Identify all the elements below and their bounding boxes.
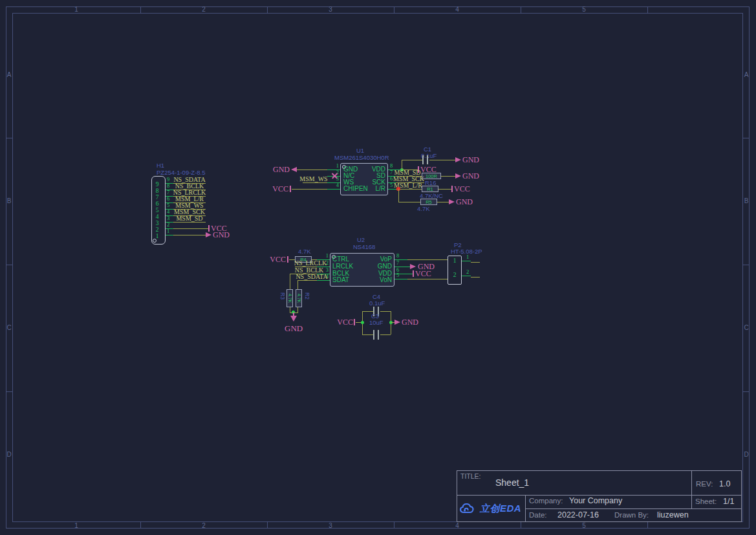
vcc-flag[interactable] <box>287 256 288 263</box>
no-connect-x[interactable] <box>332 173 338 179</box>
gnd-flag-label[interactable]: GND <box>264 166 290 173</box>
wire[interactable] <box>297 280 317 281</box>
ruler-tick <box>6 138 12 138</box>
u2-pin[interactable] <box>394 267 410 267</box>
gnd-flag[interactable] <box>291 167 297 172</box>
u2-pin[interactable] <box>394 259 407 260</box>
gnd-flag-label[interactable]: GND <box>462 156 479 164</box>
r4-value[interactable]: 4.7K <box>298 248 311 255</box>
gnd-flag[interactable] <box>206 232 211 237</box>
wire[interactable] <box>402 160 402 169</box>
gnd-flag[interactable] <box>410 264 416 269</box>
wire[interactable] <box>297 169 327 170</box>
wire[interactable] <box>429 160 455 160</box>
gnd-flag-label[interactable]: GND <box>402 318 418 326</box>
vcc-flag-label[interactable]: VCC <box>454 185 470 193</box>
u1-pin[interactable] <box>327 169 340 170</box>
gnd-flag-label[interactable]: GND <box>456 198 473 206</box>
wire[interactable] <box>297 280 298 289</box>
net-label-msm-ws[interactable]: MSM_WS <box>299 175 329 182</box>
gnd-flag-label[interactable]: GND <box>213 231 230 239</box>
wire[interactable] <box>173 228 208 229</box>
c3-value[interactable]: 10uF <box>369 320 383 326</box>
net-label-ns-lrclk[interactable]: NS_LRCLK <box>294 259 327 267</box>
c1-capacitor[interactable] <box>427 155 428 164</box>
vcc-flag[interactable] <box>208 225 210 232</box>
wire[interactable] <box>402 160 422 160</box>
wire[interactable] <box>438 189 451 190</box>
gnd-flag[interactable] <box>449 199 455 204</box>
u1-value[interactable]: MSM261S4030H0R <box>334 155 389 161</box>
wire[interactable] <box>471 262 480 263</box>
wire[interactable] <box>303 182 327 183</box>
wire[interactable] <box>471 277 480 278</box>
rev-value[interactable]: 1.0 <box>719 480 730 488</box>
c3-capacitor[interactable] <box>378 330 379 340</box>
wire[interactable] <box>290 274 290 289</box>
p2-pin[interactable] <box>462 276 471 276</box>
wire[interactable] <box>362 311 373 312</box>
net-label-msm-sd[interactable]: MSM_SD <box>172 215 207 222</box>
h1-value[interactable]: PZ254-1-09-Z-8.5 <box>157 169 206 176</box>
u1-pin[interactable] <box>388 189 396 190</box>
ruler-col-label: 4 <box>444 523 470 529</box>
u1-designator[interactable]: U1 <box>356 147 364 154</box>
c1-capacitor[interactable] <box>422 155 424 164</box>
wire[interactable] <box>398 189 399 202</box>
gnd-flag[interactable] <box>455 157 461 162</box>
r1-resistor[interactable]: R1 <box>422 186 438 192</box>
r5-resistor[interactable]: R5 <box>420 199 437 205</box>
u1-pin[interactable] <box>327 182 340 183</box>
vcc-flag-label[interactable]: VCC <box>415 270 431 278</box>
date-value[interactable]: 2022-07-16 <box>557 511 599 519</box>
wire[interactable] <box>441 176 455 177</box>
wire[interactable] <box>407 279 448 279</box>
vcc-flag-label[interactable]: VCC <box>331 318 353 326</box>
c3-capacitor[interactable] <box>373 330 374 340</box>
ruler-tick <box>647 522 648 529</box>
r16-resistor[interactable]: 100R <box>422 173 441 179</box>
u1-pin[interactable] <box>327 189 340 190</box>
wire[interactable] <box>380 334 391 335</box>
r3-designator[interactable]: R3 <box>279 292 285 300</box>
vcc-flag[interactable] <box>354 319 355 325</box>
u2-designator[interactable]: U2 <box>357 237 365 243</box>
ruler-tick <box>6 391 12 392</box>
wire[interactable] <box>407 259 448 260</box>
wire[interactable] <box>437 202 449 202</box>
company-value[interactable]: Your Company <box>569 497 622 505</box>
wire[interactable] <box>398 202 420 202</box>
sheet-title[interactable]: Sheet_1 <box>495 479 529 487</box>
u2-pin[interactable] <box>394 279 407 279</box>
drawn-by-value[interactable]: liuzewen <box>657 511 689 519</box>
h1-pin[interactable] <box>166 235 173 235</box>
vcc-flag[interactable] <box>413 270 414 277</box>
vcc-flag-label[interactable]: VCC <box>263 185 288 193</box>
wire[interactable] <box>292 189 327 190</box>
r2-designator[interactable]: R2 <box>304 292 310 300</box>
c4-value[interactable]: 0.1uF <box>369 300 385 307</box>
gnd-flag[interactable] <box>455 173 461 179</box>
gnd-flag[interactable] <box>290 316 297 322</box>
gnd-flag[interactable] <box>394 320 400 325</box>
net-label-ns-sdata[interactable]: NS_SDATA <box>295 273 329 280</box>
vcc-flag[interactable] <box>451 186 453 192</box>
wire[interactable] <box>362 334 373 335</box>
wire[interactable] <box>173 222 206 223</box>
u2-pin[interactable] <box>317 280 330 281</box>
vcc-flag-label[interactable]: VCC <box>261 256 286 263</box>
wire[interactable] <box>173 235 206 235</box>
u2-pin[interactable] <box>394 274 413 274</box>
wire[interactable] <box>297 307 298 312</box>
gnd-flag-label[interactable]: GND <box>462 172 479 180</box>
wire[interactable] <box>290 307 290 312</box>
p2-pin[interactable] <box>462 261 471 261</box>
wire[interactable] <box>380 311 391 312</box>
u2-value[interactable]: NS4168 <box>353 244 375 250</box>
sheet-value[interactable]: 1/1 <box>723 497 734 506</box>
gnd-flag-label[interactable]: GND <box>285 324 303 333</box>
vcc-flag[interactable] <box>290 186 291 192</box>
ruler-tick <box>743 391 750 392</box>
r5-value[interactable]: 4.7K <box>417 206 430 212</box>
h1-designator[interactable]: H1 <box>157 162 164 169</box>
